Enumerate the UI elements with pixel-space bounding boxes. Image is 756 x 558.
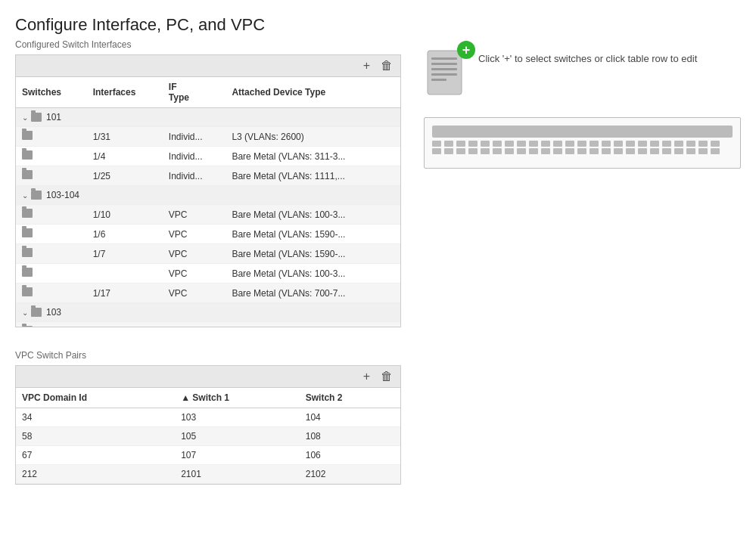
table-row[interactable]: 1/4Individ...Bare Metal (VLANs: 311-3... <box>16 147 400 166</box>
cell-vpc-domain-id: 34 <box>16 408 175 427</box>
folder-icon <box>22 268 33 277</box>
chevron-icon: ⌄ <box>22 113 28 122</box>
cell-if-type: VPC <box>163 264 226 284</box>
table-row[interactable]: 1/6VPCBare Metal (VLANs: 1590-... <box>16 225 400 244</box>
port-dot <box>674 141 683 147</box>
cell-switch2: 104 <box>300 408 400 427</box>
table-row[interactable]: 1/25Individ...Bare Metal (VLANs: 1111,..… <box>16 166 400 186</box>
svg-rect-5 <box>431 79 446 81</box>
col-vpc-domain-id[interactable]: VPC Domain Id <box>16 388 175 408</box>
table-row[interactable]: VPCBare Metal (VLANs: 100-3... <box>16 264 400 284</box>
cell-switch2: 2102 <box>300 465 400 484</box>
cell-switch2: 108 <box>300 427 400 446</box>
cell-interfaces: 1/31 <box>87 127 163 147</box>
table-row[interactable]: 21221012102 <box>16 465 400 484</box>
folder-icon <box>22 248 33 257</box>
col-interfaces: Interfaces <box>87 77 163 108</box>
table-row[interactable]: 1/4Individ...L3 (VLANs: 3100,603,640,... <box>16 322 400 327</box>
cell-switch1: 107 <box>175 446 300 465</box>
svg-rect-4 <box>431 73 457 76</box>
add-interface-button[interactable]: + <box>360 58 373 73</box>
port-dot <box>711 148 720 154</box>
cell-interfaces: 1/4 <box>87 322 163 327</box>
group-name: 103 <box>46 307 61 318</box>
port-dot <box>662 141 671 147</box>
folder-icon <box>31 308 42 317</box>
switch-interfaces-table-container: Switches Interfaces IFType Attached Devi… <box>15 77 401 327</box>
vpc-section-label: VPC Switch Pairs <box>15 350 401 361</box>
add-vpc-button[interactable]: + <box>360 369 373 384</box>
cell-attached: Bare Metal (VLANs: 700-7... <box>226 284 400 303</box>
right-panel: + Click '+' to select switches or click … <box>424 39 741 169</box>
port-dot <box>444 141 453 147</box>
port-dot <box>493 148 502 154</box>
port-dot <box>456 148 465 154</box>
cell-interfaces: 1/17 <box>87 284 163 303</box>
folder-icon <box>22 326 33 327</box>
cell-switch1: 103 <box>175 408 300 427</box>
table-row[interactable]: 1/17VPCBare Metal (VLANs: 700-7... <box>16 284 400 303</box>
cell-attached: Bare Metal (VLANs: 100-3... <box>226 205 400 225</box>
folder-icon <box>22 287 33 296</box>
col-switch1[interactable]: ▲ Switch 1 <box>175 388 300 408</box>
port-dot <box>614 148 623 154</box>
cell-if-type: Individ... <box>163 322 226 327</box>
table-row[interactable]: 67107106 <box>16 446 400 465</box>
port-dot <box>590 141 599 147</box>
table-row[interactable]: 1/31Individ...L3 (VLANs: 2600) <box>16 127 400 147</box>
group-row[interactable]: ⌄ 101 <box>16 108 400 127</box>
cell-if-type: VPC <box>163 244 226 264</box>
folder-icon <box>22 150 33 160</box>
cell-attached: Bare Metal (VLANs: 1590-... <box>226 244 400 264</box>
col-attached-device-type: Attached Device Type <box>226 77 400 108</box>
page-title: Configure Interface, PC, and VPC <box>15 15 741 35</box>
cell-interfaces: 1/4 <box>87 147 163 166</box>
port-dot <box>650 148 659 154</box>
switch-interfaces-scroll[interactable]: Switches Interfaces IFType Attached Devi… <box>16 77 400 327</box>
port-dot <box>456 141 465 147</box>
port-dot <box>650 141 659 147</box>
switch-interfaces-body: ⌄ 101 1/31Individ...L3 (VLANs: 2600)1/4I… <box>16 108 400 327</box>
network-diagram <box>424 117 741 169</box>
port-dot <box>698 148 708 154</box>
port-dot <box>686 148 695 154</box>
port-dot <box>577 148 586 154</box>
delete-vpc-button[interactable]: 🗑 <box>378 369 396 384</box>
hint-area: + Click '+' to select switches or click … <box>424 47 741 102</box>
cell-vpc-domain-id: 58 <box>16 427 175 446</box>
port-dot <box>541 148 550 154</box>
hint-icon-wrap: + <box>424 47 469 102</box>
col-switches: Switches <box>16 77 87 108</box>
cell-attached: Bare Metal (VLANs: 311-3... <box>226 147 400 166</box>
svg-rect-0 <box>428 51 462 95</box>
table-row[interactable]: 1/10VPCBare Metal (VLANs: 100-3... <box>16 205 400 225</box>
table-row[interactable]: 34103104 <box>16 408 400 427</box>
chevron-icon: ⌄ <box>22 308 28 317</box>
port-dot <box>602 148 611 154</box>
port-dot <box>626 148 635 154</box>
group-row[interactable]: ⌄ 103-104 <box>16 186 400 205</box>
folder-icon <box>22 228 33 237</box>
table-row[interactable]: 1/7VPCBare Metal (VLANs: 1590-... <box>16 244 400 264</box>
switch-interfaces-label: Configured Switch Interfaces <box>15 39 401 50</box>
port-dot <box>553 148 562 154</box>
port-dot <box>602 141 611 147</box>
group-label: ⌄ 103-104 <box>22 190 394 200</box>
folder-icon <box>31 113 42 122</box>
port-dot <box>577 141 586 147</box>
main-layout: Configured Switch Interfaces + 🗑 Switche… <box>15 39 741 485</box>
folder-icon <box>22 209 33 218</box>
col-switch2[interactable]: Switch 2 <box>300 388 400 408</box>
port-dot <box>541 141 550 147</box>
group-label: ⌄ 101 <box>22 112 394 122</box>
cell-attached: L3 (VLANs: 3100,603,640,... <box>226 322 400 327</box>
port-dot <box>517 141 526 147</box>
table-row[interactable]: 58105108 <box>16 427 400 446</box>
switch-interfaces-toolbar: + 🗑 <box>15 54 401 77</box>
cell-attached: L3 (VLANs: 2600) <box>226 127 400 147</box>
vpc-header-row: VPC Domain Id ▲ Switch 1 Switch 2 <box>16 388 400 408</box>
switch-interfaces-header-row: Switches Interfaces IFType Attached Devi… <box>16 77 400 108</box>
group-label: ⌄ 103 <box>22 307 394 318</box>
delete-interface-button[interactable]: 🗑 <box>378 58 396 73</box>
group-row[interactable]: ⌄ 103 <box>16 303 400 322</box>
